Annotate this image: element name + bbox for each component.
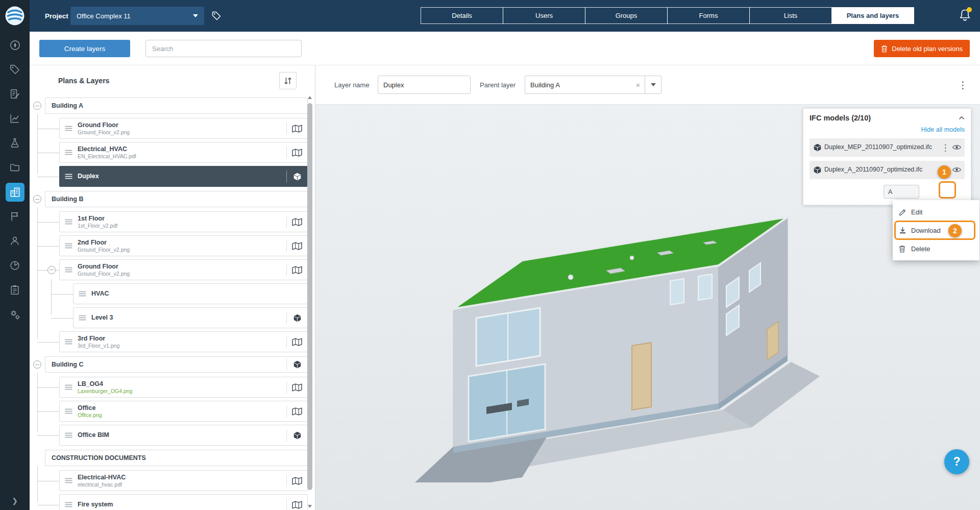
sidebar-item-folder[interactable] xyxy=(0,155,30,180)
tab-forms[interactable]: Forms xyxy=(667,7,750,24)
layer-name-label: Layer name xyxy=(334,81,370,89)
group-building-c[interactable]: Building C xyxy=(45,356,308,373)
menu-item-delete[interactable]: Delete xyxy=(893,239,979,258)
project-selector-dropdown[interactable]: Office Complex 11 xyxy=(70,7,204,25)
drag-handle-icon[interactable] xyxy=(65,478,72,483)
delete-old-plan-versions-button[interactable]: Delete old plan versions xyxy=(874,40,970,57)
search-input[interactable] xyxy=(145,40,302,57)
layer-filename: electrical_hvac.pdf xyxy=(78,482,283,488)
layer-office-bim[interactable]: Office BIM xyxy=(59,425,308,446)
tag-icon[interactable] xyxy=(211,11,222,21)
layer-2nd-floor[interactable]: 2nd FloorGround_Floor_v2.png xyxy=(59,235,308,256)
group-building-b[interactable]: Building B xyxy=(45,191,308,207)
layer-ground-floor[interactable]: Ground FloorGround_Floor_v2.png xyxy=(59,118,308,139)
collapse-chevron-up-icon[interactable] xyxy=(959,116,965,120)
parent-layer-value: Building A xyxy=(525,81,631,89)
layer-title: HVAC xyxy=(91,290,307,297)
tab-details[interactable]: Details xyxy=(421,7,503,24)
collapse-minus-icon[interactable] xyxy=(33,360,41,369)
sidebar-item-settings[interactable] xyxy=(0,302,30,327)
menu-item-label: Download xyxy=(911,227,941,234)
menu-item-label: Edit xyxy=(911,208,922,216)
app-logo[interactable] xyxy=(5,6,25,26)
sidebar-item-pie-chart[interactable] xyxy=(0,253,30,278)
kebab-menu-icon[interactable] xyxy=(940,143,951,152)
layer-electrical-hvac[interactable]: Electrical-HVACelectrical_hvac.pdf xyxy=(59,470,308,491)
drag-handle-icon[interactable] xyxy=(65,502,72,507)
hide-all-models-link[interactable]: Hide all models xyxy=(810,126,965,133)
sidebar-item-person[interactable] xyxy=(0,229,30,253)
menu-item-download[interactable]: Download xyxy=(893,221,979,239)
group-title: Building A xyxy=(52,102,307,109)
layer-hvac[interactable]: HVAC xyxy=(73,283,308,304)
sort-button[interactable] xyxy=(279,72,297,89)
layer-filename: 3rd_Floor_v1.png xyxy=(78,343,283,349)
layer-name-input[interactable] xyxy=(378,76,471,94)
layer-office[interactable]: OfficeOffice.png xyxy=(59,401,308,422)
tab-plans-and-layers[interactable]: Plans and layers xyxy=(831,7,914,24)
layer-duplex[interactable]: Duplex xyxy=(59,166,308,187)
drag-handle-icon[interactable] xyxy=(65,243,72,249)
layer-ground-floor[interactable]: Ground FloorGround_Floor_v2.png xyxy=(59,259,308,280)
group-building-a[interactable]: Building A xyxy=(45,98,308,114)
menu-item-edit[interactable]: Edit xyxy=(893,203,979,221)
scrollbar-thumb[interactable] xyxy=(307,103,312,490)
drag-handle-icon[interactable] xyxy=(65,126,72,131)
tab-groups[interactable]: Groups xyxy=(585,7,668,24)
collapse-minus-icon[interactable] xyxy=(47,266,56,274)
layer-filename: EN_Electrical_HVAC.pdf xyxy=(78,154,283,160)
layer-lb-og4[interactable]: LB_OG4Laxenburger_OG4.png xyxy=(59,377,308,398)
drag-handle-icon[interactable] xyxy=(65,174,72,179)
sidebar-item-buildings[interactable] xyxy=(0,180,30,204)
ifc-panel-title: IFC models (2/10) xyxy=(810,114,959,122)
sidebar-expand-chevron-icon[interactable]: ❯ xyxy=(0,497,30,505)
layer-title: Ground Floor xyxy=(78,263,283,270)
sidebar-icon-list xyxy=(0,33,30,327)
layer-level-3[interactable]: Level 3 xyxy=(73,307,308,328)
layer-options-kebab-icon[interactable] xyxy=(958,80,968,90)
layer-electrical-hvac[interactable]: Electrical_HVACEN_Electrical_HVAC.pdf xyxy=(59,142,308,163)
drag-handle-icon[interactable] xyxy=(65,219,72,225)
sidebar-item-flask[interactable] xyxy=(0,131,30,155)
sidebar-item-chart[interactable] xyxy=(0,106,30,131)
layer-1st-floor[interactable]: 1st Floor1st_Floor_v2.pdf xyxy=(59,211,308,232)
drag-handle-icon[interactable] xyxy=(79,291,86,297)
tab-users[interactable]: Users xyxy=(503,7,585,24)
flag-icon xyxy=(9,211,20,222)
sidebar-item-tag[interactable] xyxy=(0,57,30,82)
add-model-button-partial[interactable]: A xyxy=(884,185,919,199)
project-tabs: DetailsUsersGroupsFormsListsPlans and la… xyxy=(421,7,914,24)
drag-handle-icon[interactable] xyxy=(65,408,72,414)
group-construction-documents[interactable]: CONSTRUCTION DOCUMENTS xyxy=(45,450,308,466)
notifications-bell-icon[interactable] xyxy=(959,9,971,21)
help-button[interactable]: ? xyxy=(944,449,969,474)
drag-handle-icon[interactable] xyxy=(79,315,86,321)
collapse-minus-icon[interactable] xyxy=(33,102,41,110)
sidebar-item-clipboard[interactable] xyxy=(0,278,30,302)
cube-icon xyxy=(287,431,307,440)
sidebar-item-flag[interactable] xyxy=(0,204,30,229)
sidebar-item-form[interactable] xyxy=(0,82,30,106)
drag-handle-icon[interactable] xyxy=(65,432,72,438)
layer-title: 1st Floor xyxy=(78,215,283,222)
drag-handle-icon[interactable] xyxy=(65,267,72,273)
eye-icon[interactable] xyxy=(952,144,962,151)
clear-icon[interactable] xyxy=(631,81,645,89)
scroll-up-arrow[interactable] xyxy=(308,96,312,99)
eye-icon[interactable] xyxy=(952,166,962,173)
collapse-minus-icon[interactable] xyxy=(33,195,41,203)
chevron-down-icon[interactable] xyxy=(645,76,661,93)
tab-lists[interactable]: Lists xyxy=(749,7,832,24)
form-icon xyxy=(9,88,20,100)
drag-handle-icon[interactable] xyxy=(65,339,72,345)
layer-title: Ground Floor xyxy=(78,122,283,129)
parent-layer-select[interactable]: Building A xyxy=(525,76,662,94)
tree-group-building-b: Building B1st Floor1st_Floor_v2.pdf2nd F… xyxy=(45,191,308,352)
layer-3rd-floor[interactable]: 3rd Floor3rd_Floor_v1.png xyxy=(59,331,308,352)
sidebar-item-compass[interactable] xyxy=(0,33,30,57)
create-layers-button[interactable]: Create layers xyxy=(39,40,130,57)
layer-fire-system[interactable]: Fire system xyxy=(59,494,308,510)
scroll-down-arrow[interactable] xyxy=(308,505,312,508)
drag-handle-icon[interactable] xyxy=(65,384,72,390)
drag-handle-icon[interactable] xyxy=(65,150,72,155)
